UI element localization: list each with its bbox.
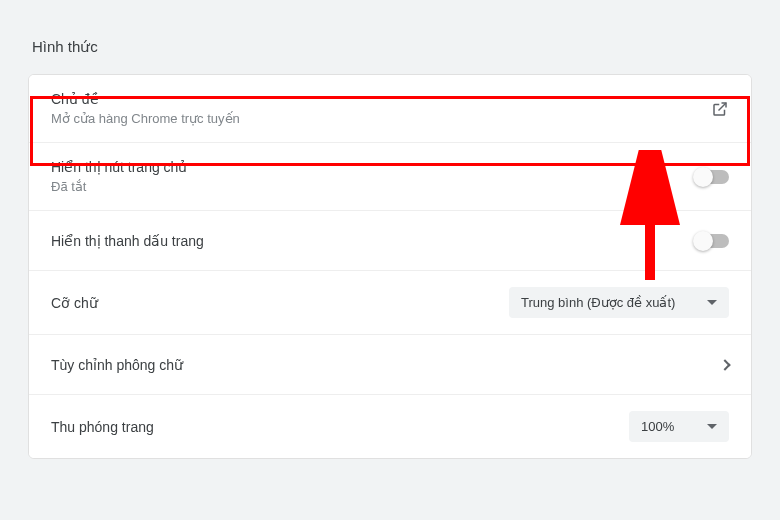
bookmarks-bar-control bbox=[695, 234, 729, 248]
caret-down-icon bbox=[707, 424, 717, 429]
page-zoom-row: Thu phóng trang 100% bbox=[29, 395, 751, 458]
chevron-right-icon bbox=[719, 359, 730, 370]
font-size-text: Cỡ chữ bbox=[51, 295, 98, 311]
home-button-label: Hiển thị nút trang chủ bbox=[51, 159, 187, 175]
font-size-value: Trung bình (Được đề xuất) bbox=[521, 295, 675, 310]
theme-control bbox=[711, 100, 729, 118]
theme-label: Chủ đề bbox=[51, 91, 240, 107]
page-zoom-dropdown[interactable]: 100% bbox=[629, 411, 729, 442]
page-zoom-text: Thu phóng trang bbox=[51, 419, 154, 435]
section-title: Hình thức bbox=[32, 38, 752, 56]
bookmarks-bar-label: Hiển thị thanh dấu trang bbox=[51, 233, 204, 249]
page-zoom-control: 100% bbox=[629, 411, 729, 442]
font-size-control: Trung bình (Được đề xuất) bbox=[509, 287, 729, 318]
home-button-toggle[interactable] bbox=[695, 170, 729, 184]
open-external-icon bbox=[711, 100, 729, 118]
bookmarks-bar-toggle[interactable] bbox=[695, 234, 729, 248]
home-button-sub: Đã tắt bbox=[51, 179, 187, 194]
caret-down-icon bbox=[707, 300, 717, 305]
customize-fonts-text: Tùy chỉnh phông chữ bbox=[51, 357, 183, 373]
bookmarks-bar-text: Hiển thị thanh dấu trang bbox=[51, 233, 204, 249]
theme-sub: Mở cửa hàng Chrome trực tuyến bbox=[51, 111, 240, 126]
appearance-settings-card: Chủ đề Mở cửa hàng Chrome trực tuyến Hiể… bbox=[28, 74, 752, 459]
customize-fonts-row[interactable]: Tùy chỉnh phông chữ bbox=[29, 335, 751, 395]
theme-row[interactable]: Chủ đề Mở cửa hàng Chrome trực tuyến bbox=[29, 75, 751, 143]
customize-fonts-control bbox=[721, 361, 729, 369]
bookmarks-bar-row: Hiển thị thanh dấu trang bbox=[29, 211, 751, 271]
page-zoom-label: Thu phóng trang bbox=[51, 419, 154, 435]
font-size-row: Cỡ chữ Trung bình (Được đề xuất) bbox=[29, 271, 751, 335]
home-button-row: Hiển thị nút trang chủ Đã tắt bbox=[29, 143, 751, 211]
font-size-dropdown[interactable]: Trung bình (Được đề xuất) bbox=[509, 287, 729, 318]
customize-fonts-label: Tùy chỉnh phông chữ bbox=[51, 357, 183, 373]
home-button-control bbox=[695, 170, 729, 184]
page-zoom-value: 100% bbox=[641, 419, 674, 434]
font-size-label: Cỡ chữ bbox=[51, 295, 98, 311]
theme-text: Chủ đề Mở cửa hàng Chrome trực tuyến bbox=[51, 91, 240, 126]
home-button-text: Hiển thị nút trang chủ Đã tắt bbox=[51, 159, 187, 194]
